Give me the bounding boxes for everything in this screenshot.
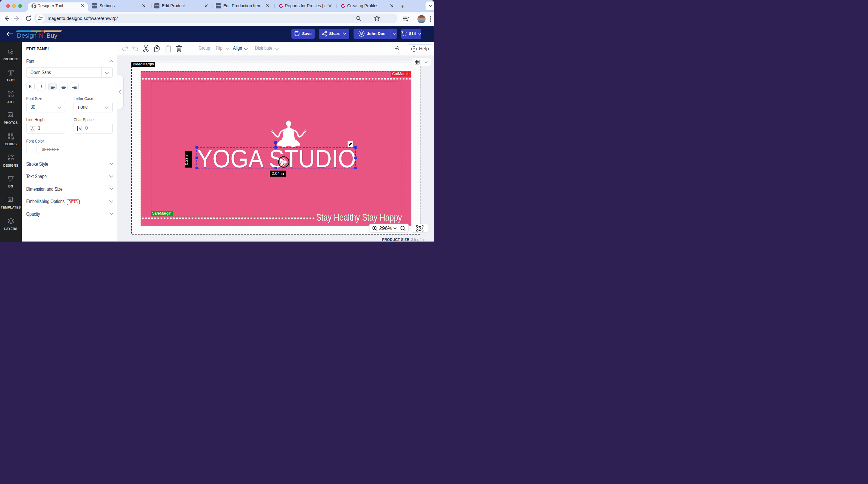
svg-text:': ' bbox=[36, 32, 37, 37]
svg-text:N: N bbox=[39, 32, 43, 39]
svg-text:A: A bbox=[31, 127, 33, 130]
svg-text:?: ? bbox=[413, 47, 415, 51]
svg-text:A: A bbox=[79, 127, 81, 130]
svg-text:Buy: Buy bbox=[46, 32, 58, 39]
svg-text:': ' bbox=[44, 32, 45, 37]
svg-text:Design: Design bbox=[17, 32, 36, 39]
